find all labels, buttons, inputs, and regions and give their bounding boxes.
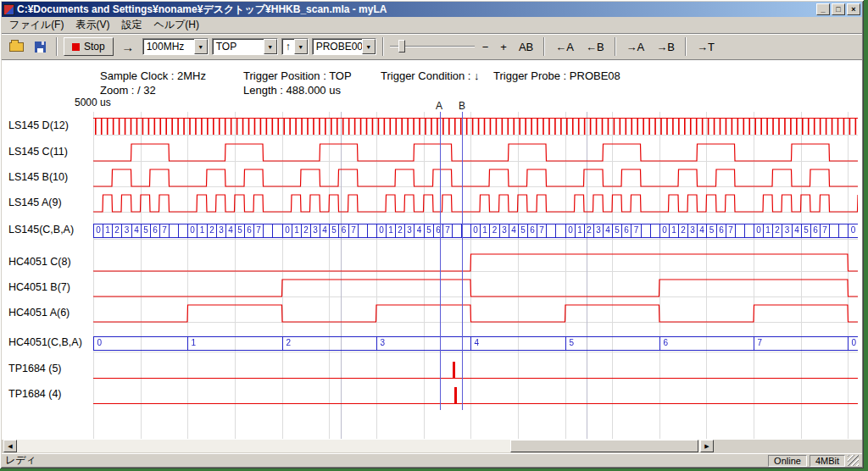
toolbar-separator bbox=[685, 37, 687, 56]
chevron-down-icon[interactable]: ▼ bbox=[294, 39, 308, 54]
sample-clock-combo[interactable]: 100MHz ▼ bbox=[142, 38, 209, 55]
toolbar: Stop → 100MHz ▼ TOP ▼ ↑ ▼ PROBE00 ▼ − + … bbox=[2, 34, 862, 60]
toolbar-separator bbox=[382, 37, 384, 56]
length-info: Length : 488.000 us bbox=[243, 84, 341, 97]
slider-thumb[interactable] bbox=[398, 40, 405, 53]
scrollbar-track[interactable] bbox=[17, 440, 700, 452]
minimize-button[interactable]: _ bbox=[816, 3, 830, 15]
menu-help[interactable]: ヘルプ(H) bbox=[147, 16, 205, 34]
status-ready-text: レディ bbox=[5, 453, 765, 468]
goto-trigger-button[interactable]: →T bbox=[693, 39, 719, 55]
trigger-edge-combo[interactable]: ↑ ▼ bbox=[281, 38, 309, 55]
channel-label[interactable]: TP1684 (4) bbox=[8, 388, 62, 400]
channel-label[interactable]: TP1684 (5) bbox=[8, 363, 62, 374]
trigger-probe-combo[interactable]: PROBE00 ▼ bbox=[312, 38, 376, 55]
menu-view[interactable]: 表示(V) bbox=[70, 16, 115, 34]
channel-label[interactable]: LS145 C(11) bbox=[8, 146, 68, 158]
status-memory-badge: 4MBit bbox=[810, 455, 845, 467]
resize-grip-icon[interactable] bbox=[848, 455, 859, 466]
scroll-left-icon[interactable]: ◀ bbox=[3, 440, 17, 452]
save-file-button[interactable] bbox=[30, 37, 50, 56]
trigger-position-value: TOP bbox=[213, 39, 264, 54]
toolbar-separator bbox=[56, 37, 58, 56]
waveform-plot[interactable] bbox=[93, 112, 858, 439]
channel-label[interactable]: HC4051 C(8) bbox=[8, 256, 71, 268]
sample-clock-value: 100MHz bbox=[143, 39, 194, 54]
run-button[interactable]: → bbox=[117, 37, 139, 56]
marker-ab-button[interactable]: AB bbox=[515, 39, 537, 55]
window-controls: _ □ × bbox=[816, 3, 860, 15]
trigger-probe-value: PROBE00 bbox=[313, 39, 362, 54]
marker-a-label[interactable]: A bbox=[436, 100, 442, 112]
move-b-right-button[interactable]: →B bbox=[652, 39, 679, 55]
channel-label[interactable]: HC4051 B(7) bbox=[8, 281, 70, 293]
zoom-slider[interactable] bbox=[390, 38, 475, 55]
stop-button[interactable]: Stop bbox=[64, 37, 114, 56]
status-online-badge: Online bbox=[768, 455, 807, 467]
channel-label[interactable]: LS145 A(9) bbox=[8, 197, 62, 208]
channel-label[interactable]: HC4051(C,B,A) bbox=[8, 336, 82, 348]
zoom-in-button[interactable]: + bbox=[496, 39, 511, 55]
move-a-left-button[interactable]: ←A bbox=[551, 39, 578, 55]
trigger-probe-info: Trigger Probe : PROBE08 bbox=[493, 69, 620, 82]
menubar: ファイル(F) 表示(V) 設定 ヘルプ(H) bbox=[2, 17, 862, 34]
titlebar[interactable]: C:¥Documents and Settings¥noname¥デスクトップ¥… bbox=[2, 2, 862, 17]
chevron-down-icon[interactable]: ▼ bbox=[362, 39, 376, 54]
waveform-client-area: Sample Clock : 2MHz Trigger Position : T… bbox=[2, 60, 862, 440]
folder-open-icon bbox=[9, 42, 24, 52]
zoom-info: Zoom : / 32 bbox=[100, 84, 156, 97]
save-icon bbox=[35, 42, 46, 53]
channel-label[interactable]: LS145 D(12) bbox=[8, 119, 69, 131]
toolbar-separator bbox=[543, 37, 545, 56]
trigger-edge-value: ↑ bbox=[282, 39, 294, 54]
stop-icon bbox=[72, 43, 80, 51]
menu-file[interactable]: ファイル(F) bbox=[3, 16, 70, 34]
maximize-button[interactable]: □ bbox=[832, 3, 845, 15]
chevron-down-icon[interactable]: ▼ bbox=[264, 39, 277, 54]
channel-label[interactable]: HC4051 A(6) bbox=[8, 307, 70, 319]
open-file-button[interactable] bbox=[6, 37, 26, 56]
scroll-right-icon[interactable]: ▶ bbox=[700, 440, 714, 452]
scrollbar-row: ◀ ▶ bbox=[2, 440, 862, 453]
channel-label[interactable]: LS145 B(10) bbox=[8, 171, 68, 183]
window-title: C:¥Documents and Settings¥noname¥デスクトップ¥… bbox=[17, 3, 816, 17]
move-a-right-button[interactable]: →A bbox=[622, 39, 649, 55]
marker-b-label[interactable]: B bbox=[459, 100, 465, 112]
scrollbar-thumb[interactable] bbox=[510, 440, 698, 452]
trigger-position-info: Trigger Position : TOP bbox=[243, 69, 352, 82]
trigger-position-combo[interactable]: TOP ▼ bbox=[212, 38, 278, 55]
menu-settings[interactable]: 設定 bbox=[115, 16, 147, 34]
time-origin-label: 5000 us bbox=[75, 97, 111, 108]
statusbar: レディ Online 4MBit bbox=[2, 453, 862, 467]
channel-label[interactable]: LS145(C,B,A) bbox=[8, 224, 74, 236]
app-window: C:¥Documents and Settings¥noname¥デスクトップ¥… bbox=[0, 0, 864, 468]
toolbar-separator bbox=[615, 37, 616, 56]
horizontal-scrollbar[interactable]: ◀ ▶ bbox=[3, 440, 714, 452]
sample-clock-info: Sample Clock : 2MHz bbox=[100, 69, 206, 82]
zoom-out-button[interactable]: − bbox=[478, 39, 493, 55]
chevron-down-icon[interactable]: ▼ bbox=[194, 39, 208, 54]
move-b-left-button[interactable]: ←B bbox=[581, 39, 609, 55]
stop-button-label: Stop bbox=[84, 41, 105, 53]
app-icon bbox=[3, 4, 14, 15]
trigger-condition-info: Trigger Condition : ↓ bbox=[381, 69, 480, 82]
close-button[interactable]: × bbox=[847, 3, 860, 15]
